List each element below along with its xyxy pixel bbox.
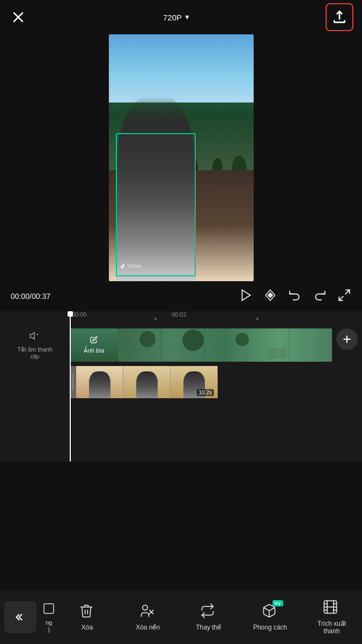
partial-icon [41, 601, 56, 616]
bottom-toolbar: ng) Xóa [0, 590, 362, 644]
timeline-video-row: Tắt âm thanh clip Ảnh bìa [0, 326, 362, 364]
time-display: 00:00/00:37 [11, 292, 50, 301]
frame-divider [204, 328, 204, 362]
toolbar-item-xoa[interactable]: Xóa [71, 603, 104, 631]
svg-line-4 [345, 290, 350, 294]
edit-icon [90, 336, 98, 346]
timeline-empty [0, 400, 362, 449]
phong-cach-label: Phong cách [253, 624, 287, 631]
svg-marker-3 [242, 290, 250, 301]
frame-divider [161, 328, 161, 362]
chevron-down-icon: ▼ [184, 13, 190, 21]
audio-label: Tắt âm thanh clip [17, 346, 53, 360]
keyframe-button[interactable] [263, 288, 277, 304]
timeline-second-row: 10.2s [0, 364, 362, 400]
timeline-ruler: 00:00 00:02 [70, 311, 362, 326]
trich-xuat-label: Trích xuất thanh [317, 620, 346, 635]
play-button[interactable] [239, 288, 253, 304]
try-badge: try [272, 600, 283, 606]
video-strip-segment [118, 328, 332, 362]
person-thumb-2 [123, 366, 171, 398]
person-strip[interactable]: 10.2s [76, 366, 362, 398]
video-strip[interactable] [118, 328, 362, 362]
duration-badge: 10.2s [197, 389, 214, 396]
fullscreen-button[interactable] [337, 288, 351, 304]
svg-rect-10 [44, 604, 54, 613]
timeline-section: 00:00 00:02 Tắt âm thanh clip [0, 311, 362, 462]
redo-button[interactable] [313, 288, 327, 304]
frame-divider [246, 328, 247, 362]
quality-label: 720P [163, 13, 182, 22]
export-button[interactable] [326, 3, 353, 31]
toolbar-items: Xóa Xóa nền [57, 599, 362, 635]
svg-marker-6 [30, 332, 34, 339]
ruler-dot-2 [256, 318, 258, 320]
frame-divider [289, 328, 290, 362]
video-background: TikTok [109, 34, 254, 281]
ruler-mark-2: 00:02 [172, 311, 187, 318]
top-bar: 720P ▼ [0, 0, 362, 34]
xoa-nen-label: Xóa nền [136, 624, 160, 631]
cube-icon: try [262, 603, 279, 620]
add-clip-button[interactable] [336, 328, 358, 350]
audio-icon [29, 330, 41, 344]
person-remove-icon [139, 603, 157, 620]
tiktok-watermark: TikTok [120, 264, 141, 269]
ruler-dot-1 [154, 318, 157, 320]
track-empty [218, 366, 362, 398]
cover-label: Ảnh bìa [84, 347, 105, 354]
swap-icon [200, 603, 217, 620]
video-preview: TikTok [109, 34, 254, 281]
toolbar-back-button[interactable] [4, 601, 36, 633]
xoa-label: Xóa [82, 624, 93, 631]
control-icons [239, 288, 351, 304]
svg-point-11 [142, 605, 147, 610]
undo-button[interactable] [288, 288, 302, 304]
cover-thumbnail[interactable]: Ảnh bìa [70, 328, 118, 362]
toolbar-item-phong-cach[interactable]: try Phong cách [253, 603, 287, 631]
playhead[interactable] [70, 311, 71, 462]
partial-label: ng) [46, 619, 52, 633]
close-button[interactable] [9, 8, 28, 27]
svg-line-5 [339, 296, 343, 301]
quality-selector[interactable]: 720P ▼ [163, 13, 190, 22]
person-silhouette [116, 96, 196, 281]
thay-the-label: Thay thế [196, 624, 221, 631]
person-thumb-1 [76, 366, 123, 398]
toolbar-item-trich-xuat[interactable]: Trích xuất thanh [315, 599, 348, 635]
person-thumb-3: 10.2s [171, 366, 218, 398]
toolbar-item-partial[interactable]: ng) [41, 601, 57, 633]
film-extract-icon [323, 599, 340, 617]
ruler-mark-0: 00:00 [72, 311, 87, 318]
trash-icon [79, 603, 96, 620]
audio-mute-control[interactable]: Tắt âm thanh clip [0, 330, 70, 360]
controls-bar: 00:00/00:37 [0, 281, 362, 311]
toolbar-item-thay-the[interactable]: Thay thế [193, 603, 225, 631]
toolbar-item-xoa-nen[interactable]: Xóa nền [132, 603, 164, 631]
